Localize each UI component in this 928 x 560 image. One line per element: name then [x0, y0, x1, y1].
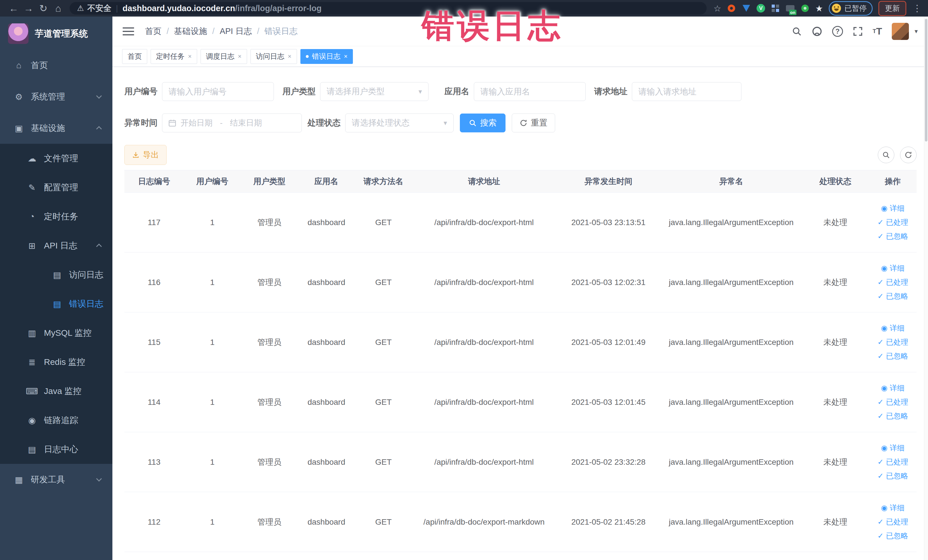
detail-link[interactable]: ◉详细 [881, 503, 905, 513]
sidebar-item-dev-tools[interactable]: ▦ 研发工具 [0, 464, 112, 495]
breadcrumb-home[interactable]: 首页 [145, 26, 162, 37]
detail-link[interactable]: ◉详细 [881, 263, 905, 273]
mark-ignored-link[interactable]: ✓已忽略 [878, 231, 908, 241]
sidebar-item-infrastructure[interactable]: ▣ 基础设施 [0, 112, 112, 144]
clock-icon: ◔ [25, 212, 39, 221]
sidebar-item-log-center[interactable]: ▤ 日志中心 [0, 435, 112, 464]
check-icon: ✓ [878, 338, 884, 346]
sidebar-item-java-monitor[interactable]: ⌨ Java 监控 [0, 377, 112, 406]
security-label[interactable]: 不安全 [87, 3, 111, 14]
home-icon[interactable]: ⌂ [51, 3, 66, 14]
search-button[interactable]: 搜索 [460, 113, 505, 132]
sidebar-item-trace[interactable]: ◉ 链路追踪 [0, 406, 112, 435]
extension-leaf-icon[interactable] [800, 4, 810, 13]
extension-switch-icon[interactable]: on [786, 4, 795, 13]
extensions-star-icon[interactable]: ★ [815, 3, 823, 14]
address-bar[interactable]: ⚠ 不安全 | dashboard.yudao.iocoder.cn/infra… [70, 2, 707, 15]
tab-access-log[interactable]: 访问日志 × [250, 49, 297, 64]
exception-time-range-picker[interactable]: 开始日期 - 结束日期 [162, 113, 302, 132]
calendar-icon [168, 119, 177, 127]
sidebar-item-access-log[interactable]: ▤ 访问日志 [0, 260, 112, 289]
infrastructure-submenu: ☁ 文件管理 ✎ 配置管理 ◔ 定时任务 ⊞ API 日志 ▤ 访问日志 ▤ 错… [0, 144, 112, 464]
tab-home[interactable]: 首页 [122, 49, 147, 64]
sidebar-item-system-management[interactable]: ⚙ 系统管理 [0, 81, 112, 112]
app-logo[interactable]: 芋道管理系统 [0, 17, 112, 50]
mark-processed-link[interactable]: ✓已处理 [878, 277, 908, 287]
menu-dots-icon[interactable]: ⋮ [913, 3, 922, 14]
sidebar-item-config-management[interactable]: ✎ 配置管理 [0, 173, 112, 202]
sidebar-item-scheduled-tasks[interactable]: ◔ 定时任务 [0, 202, 112, 231]
back-icon[interactable]: ← [6, 3, 21, 14]
row-actions: ◉详细 ✓已处理 ✓已忽略 [869, 203, 917, 241]
request-url-input[interactable] [632, 82, 742, 101]
close-icon[interactable]: × [238, 53, 242, 60]
refresh-table-button[interactable] [900, 146, 917, 163]
detail-link[interactable]: ◉详细 [881, 443, 905, 453]
mark-processed-link[interactable]: ✓已处理 [878, 397, 908, 407]
tab-error-log[interactable]: 错误日志 × [301, 49, 353, 64]
url-host[interactable]: dashboard.yudao.iocoder.cn [123, 4, 235, 13]
end-date-placeholder[interactable]: 结束日期 [230, 117, 262, 128]
close-icon[interactable]: × [288, 53, 292, 60]
user-id-input[interactable] [162, 82, 274, 101]
toggle-search-button[interactable] [878, 146, 894, 163]
sidebar-item-home[interactable]: ⌂ 首页 [0, 50, 112, 81]
eye-icon: ◉ [881, 264, 887, 273]
app-name-input[interactable] [474, 82, 586, 101]
tab-schedule-log[interactable]: 调度日志 × [200, 49, 247, 64]
sidebar-item-mysql-monitor[interactable]: ▥ MySQL 监控 [0, 318, 112, 348]
sidebar-item-file-management[interactable]: ☁ 文件管理 [0, 144, 112, 173]
search-icon [469, 119, 477, 127]
github-icon[interactable] [812, 26, 823, 37]
close-icon[interactable]: × [344, 53, 348, 60]
extension-shield-icon[interactable] [742, 4, 751, 13]
reset-button[interactable]: 重置 [512, 113, 555, 132]
user-id-label: 用户编号 [124, 86, 157, 97]
mark-processed-link[interactable]: ✓已处理 [878, 457, 908, 467]
detail-link[interactable]: ◉详细 [881, 203, 905, 214]
table-header: 日志编号 用户编号 用户类型 应用名 请求方法名 请求地址 异常发生时间 异常名… [124, 170, 917, 192]
fullscreen-icon[interactable] [853, 26, 863, 37]
mark-processed-link[interactable]: ✓已处理 [878, 517, 908, 527]
scrollbar-thumb[interactable] [925, 19, 927, 142]
table-tools [878, 146, 917, 163]
extension-grid-icon[interactable] [771, 4, 780, 13]
hamburger-icon[interactable] [123, 25, 134, 38]
check-icon: ✓ [878, 352, 884, 360]
sidebar-item-error-log[interactable]: ▤ 错误日志 [0, 289, 112, 318]
vue-devtools-icon[interactable]: V [757, 4, 765, 12]
breadcrumb-infrastructure[interactable]: 基础设施 [174, 26, 207, 37]
mark-ignored-link[interactable]: ✓已忽略 [878, 351, 908, 361]
breadcrumb-api-log[interactable]: API 日志 [220, 26, 252, 37]
sidebar-item-redis-monitor[interactable]: ≣ Redis 监控 [0, 348, 112, 377]
mark-processed-link[interactable]: ✓已处理 [878, 217, 908, 227]
avatar[interactable] [892, 23, 909, 40]
start-date-placeholder[interactable]: 开始日期 [180, 117, 212, 128]
reload-icon[interactable]: ↻ [36, 3, 51, 14]
mark-processed-link[interactable]: ✓已处理 [878, 337, 908, 347]
sidebar-item-api-log[interactable]: ⊞ API 日志 [0, 231, 112, 260]
scrollbar-track[interactable] [924, 17, 928, 560]
export-button[interactable]: 导出 [124, 145, 166, 165]
avatar-caret-icon[interactable]: ▾ [914, 27, 918, 35]
process-status-select[interactable]: 请选择处理状态 ▾ [345, 113, 453, 132]
mark-ignored-link[interactable]: ✓已忽略 [878, 291, 908, 301]
detail-link[interactable]: ◉详细 [881, 323, 905, 333]
detail-link[interactable]: ◉详细 [881, 383, 905, 393]
paused-badge[interactable]: 已暂停 [829, 1, 873, 16]
update-button[interactable]: 更新 [878, 1, 906, 16]
help-icon[interactable]: ? [832, 26, 843, 37]
user-type-select[interactable]: 请选择用户类型 ▾ [320, 82, 429, 101]
url-path[interactable]: /infra/log/api-error-log [235, 4, 322, 13]
mark-ignored-link[interactable]: ✓已忽略 [878, 411, 908, 421]
mark-ignored-link[interactable]: ✓已忽略 [878, 531, 908, 541]
font-size-icon[interactable]: TT [873, 26, 882, 37]
bookmark-star-icon[interactable]: ☆ [713, 3, 721, 14]
tab-scheduled-tasks[interactable]: 定时任务 × [151, 49, 197, 64]
row-actions: ◉详细 ✓已处理 ✓已忽略 [869, 383, 917, 421]
mark-ignored-link[interactable]: ✓已忽略 [878, 471, 908, 481]
search-icon[interactable] [792, 26, 802, 37]
extension-orange-icon[interactable] [727, 4, 736, 13]
close-icon[interactable]: × [188, 53, 192, 60]
forward-icon[interactable]: → [21, 3, 36, 14]
